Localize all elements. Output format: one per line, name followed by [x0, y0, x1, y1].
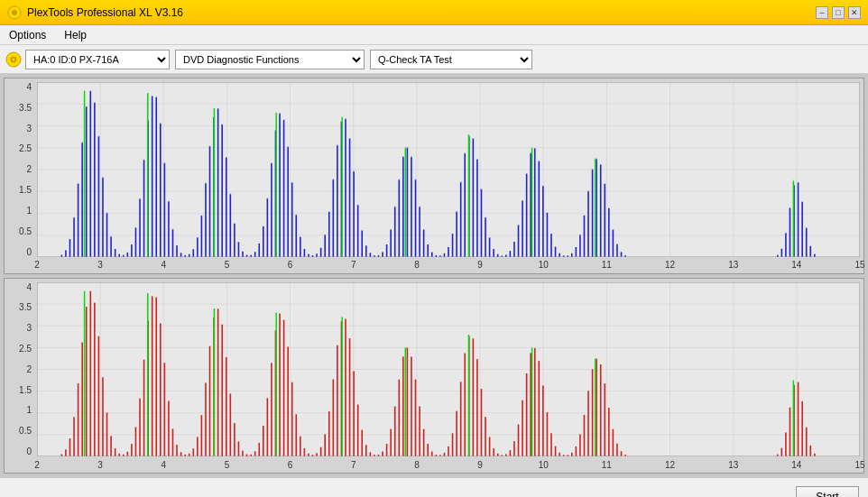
main-content: 4 3.5 3 2.5 2 1.5 1 0.5 0 23456789101112… — [0, 74, 868, 477]
x-label: 12 — [665, 460, 675, 470]
x-label: 10 — [539, 460, 549, 470]
x-label: 9 — [477, 260, 483, 270]
function-select[interactable]: DVD Diagnostic Functions — [175, 50, 365, 69]
window-controls: – □ ✕ — [816, 6, 861, 19]
menu-options[interactable]: Options — [4, 27, 51, 43]
close-button[interactable]: ✕ — [848, 6, 861, 19]
maximize-button[interactable]: □ — [832, 6, 845, 19]
x-label: 5 — [225, 460, 230, 470]
top-chart-container: 4 3.5 3 2.5 2 1.5 1 0.5 0 23456789101112… — [4, 78, 864, 274]
x-label: 13 — [728, 260, 738, 270]
bottom-chart-x-axis: 23456789101112131415 — [37, 456, 860, 473]
top-chart-y-axis: 4 3.5 3 2.5 2 1.5 1 0.5 0 — [5, 82, 35, 257]
top-chart-x-axis: 23456789101112131415 — [37, 257, 860, 273]
drive-selector: HA:0 ID:0 PX-716A — [5, 50, 170, 69]
x-label: 14 — [791, 260, 801, 270]
x-label: 11 — [602, 260, 612, 270]
x-label: 13 — [728, 460, 738, 470]
x-label: 8 — [414, 260, 420, 270]
app-icon — [7, 5, 22, 20]
x-label: 5 — [225, 260, 230, 270]
menu-help[interactable]: Help — [59, 27, 92, 43]
drive-select[interactable]: HA:0 ID:0 PX-716A — [25, 50, 170, 69]
x-label: 9 — [477, 460, 483, 470]
x-label: 2 — [34, 460, 40, 470]
x-label: 12 — [665, 260, 675, 270]
toolbar: HA:0 ID:0 PX-716A DVD Diagnostic Functio… — [0, 45, 868, 74]
x-label: 7 — [351, 460, 356, 470]
x-label: 4 — [162, 460, 167, 470]
x-label: 2 — [34, 260, 40, 270]
svg-point-1 — [12, 10, 17, 15]
bottom-chart-container: 4 3.5 3 2.5 2 1.5 1 0.5 0 23456789101112… — [4, 278, 864, 474]
bottom-panel: Jitter: 4 Peak Shift: 4 TA Quality Indic… — [0, 477, 868, 497]
top-chart-area — [37, 82, 860, 257]
bottom-chart-y-axis: 4 3.5 3 2.5 2 1.5 1 0.5 0 — [5, 282, 35, 457]
svg-point-4 — [13, 58, 15, 60]
start-button[interactable]: Start — [796, 486, 859, 498]
x-label: 3 — [97, 460, 103, 470]
x-label: 14 — [791, 460, 801, 470]
bottom-chart-area — [37, 282, 860, 457]
start-btn-section: Start i — [796, 486, 859, 498]
x-label: 6 — [288, 460, 293, 470]
x-label: 6 — [288, 260, 293, 270]
menu-bar: Options Help — [0, 25, 868, 45]
title-bar-left: PlexTools Professional XL V3.16 — [7, 5, 183, 20]
x-label: 4 — [162, 260, 167, 270]
title-text: PlexTools Professional XL V3.16 — [27, 6, 183, 19]
x-label: 15 — [854, 460, 864, 470]
test-select[interactable]: Q-Check TA Test — [370, 50, 532, 69]
drive-icon — [5, 51, 22, 68]
x-label: 15 — [854, 260, 864, 270]
minimize-button[interactable]: – — [816, 6, 828, 19]
x-label: 3 — [97, 260, 103, 270]
x-label: 7 — [351, 260, 356, 270]
x-label: 10 — [539, 260, 549, 270]
x-label: 8 — [414, 460, 420, 470]
bottom-chart-canvas — [37, 282, 860, 457]
title-bar: PlexTools Professional XL V3.16 – □ ✕ — [0, 0, 868, 25]
x-label: 11 — [602, 460, 612, 470]
top-chart-canvas — [37, 82, 860, 257]
